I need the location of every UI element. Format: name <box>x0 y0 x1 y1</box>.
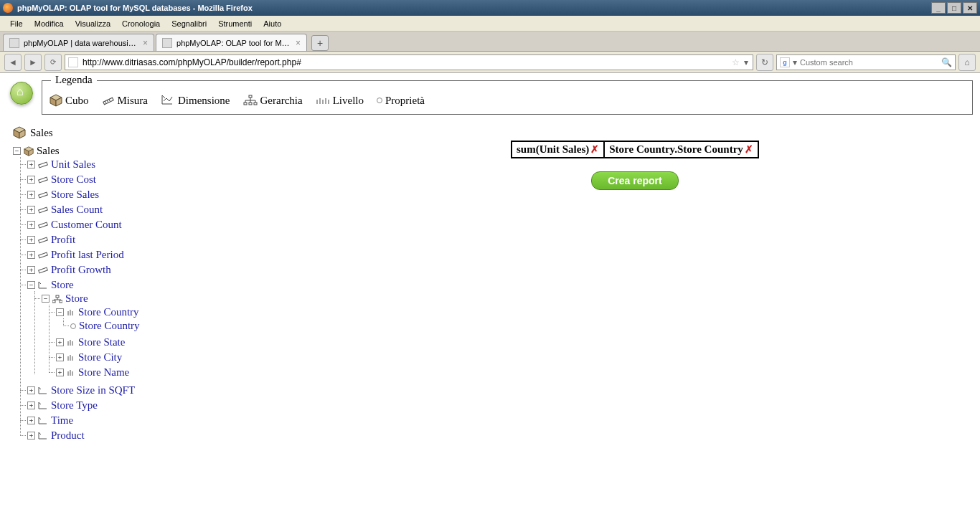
firefox-icon <box>3 3 13 13</box>
tree-level[interactable]: Store City <box>78 351 122 364</box>
tree-toggle[interactable]: + <box>56 369 64 376</box>
tree-toggle[interactable]: + <box>27 176 35 184</box>
tab-0[interactable]: phpMyOLAP | data warehousing e analisi …… <box>3 34 154 51</box>
search-icon[interactable]: 🔍 <box>941 57 952 67</box>
tree-toggle[interactable]: + <box>56 338 64 346</box>
tree-measure[interactable]: Customer Count <box>51 219 122 231</box>
menu-help[interactable]: Aiuto <box>258 18 287 29</box>
tree-level[interactable]: Store State <box>78 336 125 348</box>
tree-level[interactable]: Store Name <box>78 366 129 379</box>
tab-close-icon[interactable]: × <box>143 38 148 48</box>
svg-rect-30 <box>39 207 48 213</box>
app-home-button[interactable] <box>10 82 33 105</box>
level-icon <box>316 95 330 105</box>
tree-measure[interactable]: Store Sales <box>51 189 99 201</box>
site-icon <box>68 57 78 67</box>
page-icon <box>9 38 19 48</box>
tree-toggle[interactable]: − <box>27 281 35 289</box>
menu-view[interactable]: Visualizza <box>70 18 116 29</box>
google-icon: g <box>780 57 790 67</box>
property-icon <box>377 98 382 103</box>
drop-cell-dimension[interactable]: Store Country.Store Country ✗ <box>604 141 758 158</box>
page-content: Legenda Cubo Misura <box>0 73 980 449</box>
menu-history[interactable]: Cronologia <box>116 18 166 29</box>
tree-measure[interactable]: Profit last Period <box>51 249 124 261</box>
go-button[interactable]: ↻ <box>756 54 773 71</box>
tree-toggle[interactable]: + <box>27 161 35 168</box>
menu-tools[interactable]: Strumenti <box>212 18 258 29</box>
toolbar: ◄ ► ⟳ ☆ ▾ ↻ g ▾ 🔍 ⌂ <box>0 52 980 73</box>
tree-dimension[interactable]: Time <box>51 414 73 427</box>
url-bar[interactable]: ☆ ▾ <box>65 54 753 70</box>
hierarchy-icon <box>52 295 62 303</box>
olap-tree: − Sales +Unit Sales +Store Cost +Store S… <box>13 145 973 443</box>
tree-measure[interactable]: Unit Sales <box>51 158 95 171</box>
close-button[interactable]: ✕ <box>963 2 977 14</box>
svg-rect-7 <box>249 95 252 98</box>
tree-toggle[interactable]: + <box>27 402 35 409</box>
back-button[interactable]: ◄ <box>4 54 22 71</box>
tree-toggle[interactable]: + <box>27 266 35 274</box>
minimize-button[interactable]: _ <box>931 2 946 14</box>
svg-rect-39 <box>60 300 62 303</box>
tree-toggle[interactable]: + <box>27 251 35 259</box>
drop-row: sum(Unit Sales) ✗ Store Country.Store Co… <box>511 141 759 158</box>
svg-rect-3 <box>103 98 113 105</box>
tree-toggle[interactable]: + <box>27 236 35 244</box>
tree-toggle[interactable]: + <box>27 386 35 394</box>
tree-toggle[interactable]: + <box>27 221 35 229</box>
tree-level[interactable]: Store Country <box>78 306 139 318</box>
dimension-icon <box>38 417 48 425</box>
svg-rect-29 <box>39 192 48 198</box>
svg-rect-27 <box>39 162 48 168</box>
tree-root[interactable]: Sales <box>37 145 60 157</box>
tree-dimension[interactable]: Store Type <box>51 399 98 412</box>
new-tab-button[interactable]: + <box>311 35 329 51</box>
tree-toggle[interactable]: − <box>13 147 21 155</box>
search-engine-dropdown[interactable]: ▾ <box>793 57 797 67</box>
tree-toggle[interactable]: + <box>56 353 64 361</box>
search-box[interactable]: g ▾ 🔍 <box>776 54 956 70</box>
tree-measure[interactable]: Profit Growth <box>51 264 111 276</box>
measure-icon <box>38 161 48 169</box>
maximize-button[interactable]: □ <box>947 2 961 14</box>
search-input[interactable] <box>800 58 941 67</box>
remove-icon[interactable]: ✗ <box>745 143 753 156</box>
tree-toggle[interactable]: + <box>27 206 35 214</box>
home-button[interactable]: ⌂ <box>958 54 976 71</box>
tree-toggle[interactable]: + <box>27 191 35 199</box>
tab-1[interactable]: phpMyOLAP: OLAP tool for MySQL datab… × <box>156 34 307 51</box>
drop-cell-measure[interactable]: sum(Unit Sales) ✗ <box>512 141 604 158</box>
create-report-button[interactable]: Crea report <box>591 171 678 190</box>
legend-cube: Cubo <box>50 94 89 107</box>
tree-toggle[interactable]: − <box>42 295 50 303</box>
tree-measure[interactable]: Profit <box>51 234 75 246</box>
remove-icon[interactable]: ✗ <box>590 143 599 156</box>
tree-dimension[interactable]: Store Size in SQFT <box>51 384 135 396</box>
tree-measure[interactable]: Sales Count <box>51 204 103 216</box>
tab-close-icon[interactable]: × <box>296 38 301 48</box>
tree-dimension[interactable]: Product <box>51 429 85 442</box>
tree-measure[interactable]: Store Cost <box>51 174 96 186</box>
url-dropdown-icon[interactable]: ▾ <box>744 57 748 67</box>
menu-bookmarks[interactable]: Segnalibri <box>166 18 212 29</box>
menu-edit[interactable]: Modifica <box>29 18 70 29</box>
tree-property[interactable]: Store Country <box>79 320 140 332</box>
url-input[interactable] <box>83 57 729 67</box>
measure-icon <box>38 266 48 275</box>
level-icon <box>67 339 75 346</box>
tree-dimension[interactable]: Store <box>51 279 74 291</box>
forward-button[interactable]: ► <box>24 54 42 71</box>
svg-rect-38 <box>52 300 55 303</box>
cube-header: Sales <box>13 126 973 139</box>
svg-line-5 <box>107 100 108 103</box>
tree-hierarchy[interactable]: Store <box>65 293 88 305</box>
bookmark-star-icon[interactable]: ☆ <box>732 57 740 67</box>
menu-file[interactable]: File <box>4 18 29 29</box>
legend-measure: Misura <box>102 94 149 107</box>
reload-button[interactable]: ⟳ <box>44 54 62 71</box>
window-title: phpMyOLAP: OLAP tool for MySQL databases… <box>17 4 931 12</box>
tree-toggle[interactable]: + <box>27 432 35 440</box>
tree-toggle[interactable]: − <box>56 308 64 316</box>
tree-toggle[interactable]: + <box>27 417 35 424</box>
